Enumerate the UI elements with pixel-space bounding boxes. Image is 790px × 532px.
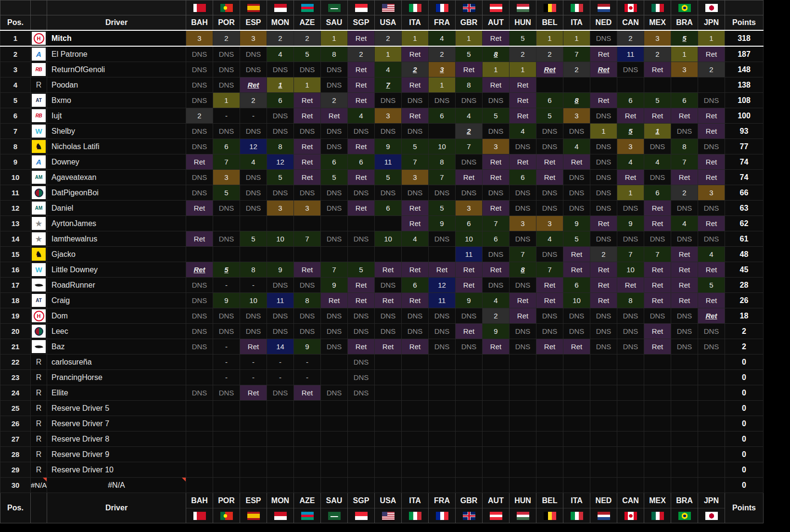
result-cell-fra-p2[interactable]: 2 <box>429 46 456 62</box>
result-cell-bra-p3[interactable]: 3 <box>671 62 698 77</box>
result-cell-usa-p14[interactable]: 10 <box>375 231 402 247</box>
result-cell-ned-p29[interactable] <box>590 462 617 478</box>
result-cell-ita-p12[interactable]: Ret <box>402 201 429 216</box>
result-cell-can-p23[interactable] <box>617 370 644 385</box>
result-cell-mon-p22[interactable]: - <box>267 355 294 370</box>
result-cell-ita-p9[interactable]: Ret <box>563 154 590 170</box>
result-cell-esp-p2[interactable]: DNS <box>240 46 267 62</box>
result-cell-fra-p1[interactable]: 4 <box>429 30 456 46</box>
result-cell-ita-p14[interactable]: 4 <box>402 231 429 247</box>
result-cell-bel-p14[interactable]: 4 <box>536 231 563 247</box>
result-cell-can-p22[interactable] <box>617 355 644 370</box>
result-cell-fra-p8[interactable]: 10 <box>429 139 456 154</box>
result-cell-gbr-p7[interactable]: 2 <box>456 124 483 139</box>
result-cell-hun-p22[interactable] <box>510 355 536 370</box>
result-cell-ita-p10[interactable]: DNS <box>563 170 590 185</box>
result-cell-ita-p26[interactable] <box>402 416 429 431</box>
result-cell-bah-p18[interactable]: DNS <box>186 293 213 308</box>
result-cell-mex-p1[interactable]: 3 <box>644 30 671 46</box>
result-cell-gbr-p1[interactable]: 1 <box>456 30 483 46</box>
result-cell-usa-p18[interactable]: Ret <box>375 293 402 308</box>
points-cell[interactable]: 0 <box>725 370 764 385</box>
result-cell-bel-p28[interactable] <box>536 447 563 462</box>
result-cell-sau-p7[interactable]: DNS <box>321 124 348 139</box>
result-cell-sau-p13[interactable] <box>321 216 348 231</box>
position-cell[interactable]: 19 <box>0 308 31 324</box>
team-logo-cell[interactable]: A <box>31 154 47 170</box>
result-cell-mex-p27[interactable] <box>644 431 671 447</box>
result-cell-sgp-p3[interactable]: Ret <box>348 62 375 77</box>
result-cell-sgp-p6[interactable]: 4 <box>348 108 375 124</box>
team-logo-cell[interactable] <box>31 324 47 339</box>
points-cell[interactable]: 0 <box>725 401 764 416</box>
points-cell[interactable]: 0 <box>725 355 764 370</box>
team-logo-cell[interactable]: H <box>31 308 47 324</box>
position-cell[interactable]: 8 <box>0 139 31 154</box>
driver-name-cell[interactable]: Iamthewalrus <box>47 231 186 247</box>
result-cell-esp-p17[interactable]: - <box>240 278 267 293</box>
result-cell-ned-p17[interactable]: Ret <box>590 278 617 293</box>
points-cell[interactable]: 26 <box>725 293 764 308</box>
position-cell[interactable]: 17 <box>0 278 31 293</box>
points-cell[interactable]: 138 <box>725 77 764 93</box>
result-cell-ned-p26[interactable] <box>590 416 617 431</box>
result-cell-bra-p12[interactable]: DNS <box>671 201 698 216</box>
result-cell-fra-p25[interactable] <box>429 401 456 416</box>
result-cell-hun-p9[interactable]: Ret <box>510 154 536 170</box>
result-cell-mex-p26[interactable] <box>644 416 671 431</box>
result-cell-aut-p16[interactable]: Ret <box>483 262 510 278</box>
driver-name-cell[interactable]: Nicholas Latifi <box>47 139 186 154</box>
result-cell-aut-p18[interactable]: 4 <box>483 293 510 308</box>
result-cell-can-p19[interactable]: DNS <box>617 308 644 324</box>
result-cell-sgp-p22[interactable]: DNS <box>348 355 375 370</box>
result-cell-mon-p12[interactable]: 3 <box>267 201 294 216</box>
team-na-cell[interactable]: #N/A <box>31 478 47 493</box>
result-cell-ita-p29[interactable] <box>563 462 590 478</box>
result-cell-ita-p25[interactable] <box>402 401 429 416</box>
result-cell-ita-p23[interactable] <box>563 370 590 385</box>
result-cell-bra-p29[interactable] <box>671 462 698 478</box>
result-cell-aze-p3[interactable]: DNS <box>294 62 321 77</box>
result-cell-mex-p3[interactable]: Ret <box>644 62 671 77</box>
position-cell[interactable]: 27 <box>0 431 31 447</box>
result-cell-ita-p22[interactable] <box>563 355 590 370</box>
result-cell-can-p14[interactable]: DNS <box>617 231 644 247</box>
result-cell-ned-p21[interactable]: DNS <box>590 339 617 355</box>
result-cell-jpn-p13[interactable]: Ret <box>698 216 725 231</box>
points-cell[interactable]: 77 <box>725 139 764 154</box>
result-cell-ita-p15[interactable] <box>402 247 429 262</box>
result-cell-can-p8[interactable]: 3 <box>617 139 644 154</box>
result-cell-ned-p20[interactable]: DNS <box>590 324 617 339</box>
result-cell-gbr-p2[interactable]: 5 <box>456 46 483 62</box>
result-cell-usa-p9[interactable]: 11 <box>375 154 402 170</box>
result-cell-ita-p7[interactable]: DNS <box>563 124 590 139</box>
result-cell-sau-p24[interactable]: DNS <box>321 385 348 401</box>
result-cell-ned-p14[interactable]: DNS <box>590 231 617 247</box>
result-cell-bra-p13[interactable]: 4 <box>671 216 698 231</box>
result-cell-ita-p6[interactable]: 3 <box>563 108 590 124</box>
driver-name-cell[interactable]: PrancingHorse <box>47 370 186 385</box>
result-cell-fra-p5[interactable]: DNS <box>429 93 456 108</box>
result-cell-ned-p16[interactable]: Ret <box>590 262 617 278</box>
result-cell-mex-p6[interactable]: Ret <box>644 108 671 124</box>
driver-name-cell[interactable]: Poodan <box>47 77 186 93</box>
result-cell-esp-p26[interactable] <box>240 416 267 431</box>
result-cell-hun-p24[interactable] <box>510 385 536 401</box>
result-cell-mex-p25[interactable] <box>644 401 671 416</box>
result-cell-hun-p1[interactable]: 5 <box>510 30 536 46</box>
driver-name-cell[interactable]: #N/A <box>47 478 186 493</box>
result-cell-aut-p26[interactable] <box>483 416 510 431</box>
result-cell-sau-p6[interactable]: Ret <box>321 108 348 124</box>
result-cell-mon-p23[interactable]: - <box>267 370 294 385</box>
driver-name-cell[interactable]: Baz <box>47 339 186 355</box>
result-cell-bra-p25[interactable] <box>671 401 698 416</box>
result-cell-ita-p16[interactable]: Ret <box>563 262 590 278</box>
result-cell-bra-p22[interactable] <box>671 355 698 370</box>
points-cell[interactable]: 0 <box>725 431 764 447</box>
position-cell[interactable]: 9 <box>0 154 31 170</box>
result-cell-mon-p18[interactable]: 11 <box>267 293 294 308</box>
result-cell-bra-p15[interactable]: Ret <box>671 247 698 262</box>
result-cell-sau-p21[interactable]: DNS <box>321 339 348 355</box>
result-cell-bel-p8[interactable]: DNS <box>536 139 563 154</box>
result-cell-mon-p17[interactable]: DNS <box>267 278 294 293</box>
